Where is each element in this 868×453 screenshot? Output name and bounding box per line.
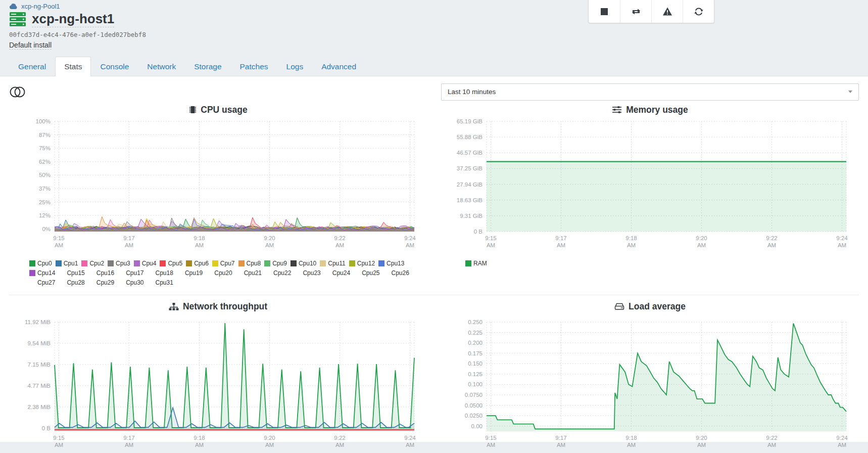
svg-text:9:18: 9:18 (194, 235, 205, 241)
svg-text:2.38 MiB: 2.38 MiB (28, 404, 51, 410)
svg-text:9:20: 9:20 (696, 435, 707, 441)
svg-text:AM: AM (195, 442, 204, 448)
svg-text:9:15: 9:15 (53, 235, 64, 241)
legend-label: Cpu28 (67, 279, 84, 286)
restart-toolstack-button[interactable] (683, 0, 714, 23)
time-range-select[interactable]: Last 10 minutes (441, 83, 859, 101)
svg-text:9:18: 9:18 (625, 435, 637, 441)
tab-general[interactable]: General (9, 57, 55, 76)
svg-text:AM: AM (55, 242, 63, 248)
legend-item: Cpu31 (148, 279, 173, 286)
svg-text:7.15 MiB: 7.15 MiB (28, 361, 51, 368)
legend-swatch (465, 260, 471, 266)
pool-breadcrumb-link[interactable]: xcp-ng-Pool1 (21, 3, 60, 10)
svg-text:AM: AM (335, 242, 344, 248)
legend-swatch (206, 270, 212, 276)
legend-item: RAM (465, 260, 487, 267)
host-tab-bar: General Stats Console Network Storage Pa… (0, 57, 868, 76)
chart-title-text: Memory usage (626, 105, 688, 115)
legend-item: Cpu26 (383, 269, 409, 277)
breadcrumb: xcp-ng-Pool1 (9, 3, 859, 10)
legend-item: Cpu0 (29, 260, 52, 267)
tab-network[interactable]: Network (138, 57, 185, 76)
legend-item: Cpu18 (148, 269, 173, 277)
tab-stats[interactable]: Stats (55, 57, 91, 76)
tab-console[interactable]: Console (91, 57, 138, 76)
tab-storage[interactable]: Storage (185, 57, 230, 76)
legend-swatch (238, 260, 245, 266)
svg-text:AM: AM (767, 242, 776, 248)
host-action-toolbar (588, 0, 714, 23)
svg-text:0 B: 0 B (474, 229, 483, 235)
svg-text:AM: AM (627, 442, 636, 448)
legend-label: Cpu18 (156, 269, 173, 277)
legend-label: Cpu12 (357, 260, 375, 267)
svg-text:0.0500: 0.0500 (465, 402, 483, 408)
legend-label: Cpu16 (97, 269, 114, 277)
svg-text:37%: 37% (39, 186, 51, 192)
legend-swatch (160, 260, 166, 266)
svg-text:9:15: 9:15 (485, 435, 496, 441)
cloud-icon (9, 3, 18, 10)
legend-label: Cpu4 (142, 260, 157, 267)
memory-usage-plot: 65.19 GiB55.88 GiB46.57 GiB37.25 GiB27.9… (441, 116, 851, 255)
legend-label: Cpu26 (392, 269, 409, 277)
svg-text:AM: AM (697, 242, 706, 248)
legend-swatch (236, 270, 242, 276)
legend-label: RAM (473, 260, 487, 267)
svg-text:9:17: 9:17 (555, 435, 566, 441)
svg-text:AM: AM (195, 242, 204, 248)
svg-text:9:20: 9:20 (696, 235, 707, 241)
svg-text:9:15: 9:15 (485, 235, 496, 241)
legend-item: Cpu3 (108, 260, 130, 267)
chevron-down-icon (848, 90, 852, 93)
svg-text:0 B: 0 B (42, 425, 51, 431)
svg-text:0.200: 0.200 (468, 340, 483, 346)
svg-text:AM: AM (335, 442, 344, 448)
cpu-legend: Cpu0Cpu1Cpu2Cpu3Cpu4Cpu5Cpu6Cpu7Cpu8Cpu9… (29, 260, 417, 289)
legend-item: Cpu11 (320, 260, 345, 267)
stats-view-toggle-button[interactable] (9, 85, 29, 99)
tab-advanced[interactable]: Advanced (312, 57, 365, 76)
svg-text:AM: AM (557, 242, 565, 248)
host-header: xcp-ng-Pool1 xcp-ng-host1 00fcd37d-e4c4-… (0, 0, 868, 50)
svg-text:AM: AM (627, 242, 636, 248)
legend-item: Cpu29 (88, 279, 114, 286)
svg-text:AM: AM (838, 242, 846, 248)
legend-label: Cpu14 (37, 269, 55, 277)
svg-text:0%: 0% (42, 226, 51, 232)
legend-label: Cpu25 (362, 269, 379, 277)
network-throughput-plot: 11.92 MiB9.54 MiB7.15 MiB4.77 MiB2.38 Mi… (9, 313, 419, 453)
tab-patches[interactable]: Patches (231, 57, 277, 76)
restart-toolstack-icon (694, 7, 704, 17)
svg-text:AM: AM (487, 442, 495, 448)
network-throughput-chart: Network throughput 11.92 MiB9.54 MiB7.15… (9, 298, 427, 453)
restart-host-button[interactable] (620, 0, 651, 23)
restart-icon (631, 7, 641, 17)
host-name-title[interactable]: xcp-ng-host1 (32, 12, 114, 27)
legend-label: Cpu24 (332, 269, 350, 277)
legend-item: Cpu23 (295, 269, 320, 277)
legend-swatch (134, 260, 140, 266)
chart-title-text: Load average (629, 301, 686, 312)
host-server-icon (9, 12, 26, 27)
memory-usage-chart: Memory usage 65.19 GiB55.88 GiB46.57 GiB… (441, 102, 859, 289)
legend-label: Cpu15 (67, 269, 84, 277)
legend-label: Cpu13 (387, 260, 404, 267)
svg-text:27.94 GiB: 27.94 GiB (457, 181, 483, 187)
host-description[interactable]: Default install (9, 41, 52, 50)
warning-icon (662, 7, 672, 17)
legend-swatch (324, 270, 330, 276)
legend-item: Cpu30 (118, 279, 143, 286)
legend-swatch (177, 270, 183, 276)
emergency-mode-button[interactable] (651, 0, 683, 23)
svg-text:9:22: 9:22 (766, 435, 777, 441)
tab-logs[interactable]: Logs (277, 57, 313, 76)
legend-item: Cpu13 (378, 260, 404, 267)
stop-host-button[interactable] (589, 0, 620, 23)
section-divider (9, 295, 859, 295)
svg-text:0.0750: 0.0750 (465, 392, 483, 398)
svg-text:AM: AM (838, 442, 846, 448)
svg-text:9:18: 9:18 (194, 435, 205, 441)
svg-text:9:22: 9:22 (334, 435, 345, 441)
